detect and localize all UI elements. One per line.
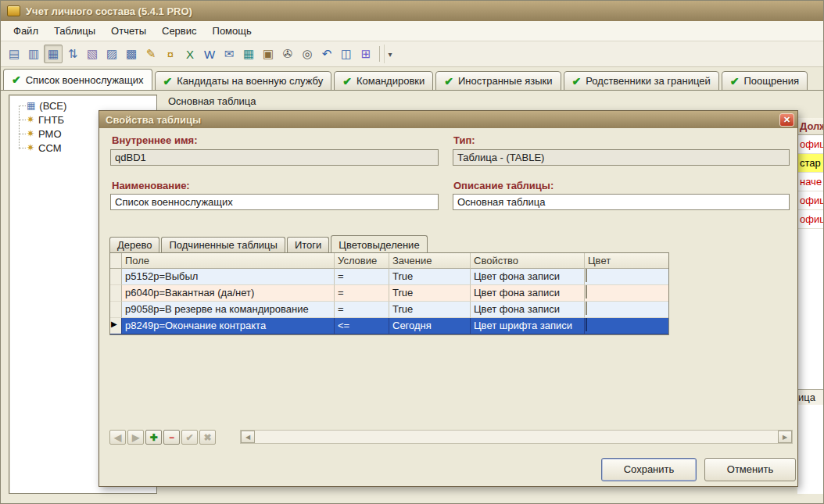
form-view-icon[interactable]: ▥ — [24, 45, 43, 63]
close-icon[interactable]: ✕ — [779, 113, 794, 127]
tree-item-label: ССМ — [38, 142, 61, 154]
table-row[interactable]: офиц — [797, 191, 824, 210]
tab-soldiers-list[interactable]: ✔ Список военнослужащих — [3, 69, 152, 91]
cell-field: p8249p=Окончание контракта — [122, 318, 335, 334]
cell-condition: <= — [335, 318, 389, 334]
color-swatch[interactable] — [586, 269, 587, 282]
menu-item-help[interactable]: Помощь — [205, 22, 260, 40]
tab-subordinate-tables[interactable]: Подчиненные таблицы — [161, 237, 285, 252]
calendar-icon[interactable]: ▦ — [239, 45, 258, 63]
table-view-icon[interactable]: ▦ — [44, 45, 63, 63]
toolbar-icons: ▤▥▦⇅▧▨▩✎¤XW✉▦▣✇◎↶◫⊞ — [5, 45, 375, 63]
tab-label: Иностранные языки — [458, 75, 553, 87]
name-label: Наименование: — [112, 180, 190, 191]
clipboard-icon[interactable]: ▣ — [259, 45, 278, 63]
grid-col-header-condition[interactable]: Условие — [335, 253, 389, 269]
undo-icon[interactable]: ↶ — [317, 45, 336, 63]
grid-row[interactable]: p9058p=В резерве на командирование = Tru… — [110, 302, 668, 318]
cancel-button[interactable]: Отменить — [704, 458, 796, 481]
internal-name-label: Внутреннее имя: — [112, 134, 197, 146]
cell-field: p9058p=В резерве на командирование — [122, 302, 335, 318]
internal-name-field[interactable] — [110, 149, 439, 166]
table-row[interactable]: наче — [797, 173, 824, 191]
table-row[interactable]: офиц — [797, 135, 824, 154]
insert-record-button[interactable]: ✚ — [145, 430, 162, 445]
grid-row[interactable]: p5152p=Выбыл = True Цвет фона записи — [110, 269, 668, 285]
card-index-icon: ▦ — [27, 101, 35, 110]
color-swatch[interactable] — [586, 318, 587, 331]
color-swatch[interactable] — [586, 302, 587, 315]
dialog-titlebar: Свойства таблицы ✕ — [99, 111, 797, 128]
table-row[interactable]: стар — [797, 154, 824, 173]
print-icon[interactable]: ✇ — [278, 45, 297, 63]
menu-item-service[interactable]: Сервис — [154, 22, 205, 40]
row-indicator — [110, 302, 122, 318]
cell-color[interactable] — [585, 269, 668, 285]
check-icon: ✔ — [342, 75, 352, 88]
delete-record-button[interactable]: − — [163, 430, 180, 445]
sort-icon[interactable]: ⇅ — [63, 45, 82, 63]
export-excel-icon[interactable]: X — [181, 45, 199, 63]
preview-icon[interactable]: ◎ — [298, 45, 317, 63]
save-button[interactable]: Сохранить — [601, 458, 697, 481]
grid-row-selected[interactable]: ▶ p8249p=Окончание контракта <= Сегодня … — [110, 318, 668, 334]
first-record-button[interactable]: ◀ — [109, 430, 126, 445]
grid-col-header-color[interactable]: Цвет — [585, 253, 668, 269]
tab-commendations[interactable]: ✔ Поощрения — [722, 71, 808, 91]
cancel-edit-button[interactable]: ✖ — [199, 430, 216, 445]
menu-item-reports[interactable]: Отчеты — [103, 22, 154, 40]
tab-relatives-abroad[interactable]: ✔ Родственники за границей — [564, 71, 719, 91]
grid-col-header-field[interactable]: Поле — [122, 253, 335, 269]
cell-property: Цвет фона записи — [471, 269, 585, 285]
grid-indicator-header — [110, 253, 122, 269]
grid-row[interactable]: p6040p=Вакантная (да/нет) = True Цвет фо… — [110, 285, 668, 302]
tab-color-highlighting[interactable]: Цветовыделение — [331, 235, 427, 252]
tab-label: Родственники за границей — [586, 75, 711, 87]
background-table-rows: офиц стар наче офиц офиц — [797, 135, 824, 229]
content-divider — [1, 90, 824, 91]
tree-item-label: ГНТБ — [38, 114, 64, 126]
type-field[interactable] — [453, 149, 790, 166]
cell-color[interactable] — [585, 285, 668, 302]
diagram-icon[interactable]: ◫ — [337, 45, 356, 63]
email-icon[interactable]: ✉ — [220, 45, 238, 63]
tree-structure-icon[interactable]: ▩ — [122, 45, 141, 63]
tab-tree[interactable]: Дерево — [109, 237, 159, 252]
post-edit-button[interactable]: ✔ — [181, 430, 198, 445]
money-icon[interactable]: ¤ — [161, 45, 180, 63]
description-field[interactable] — [453, 194, 790, 210]
tree-item-label: РМО — [38, 128, 61, 140]
menu-bar: Файл Таблицы Отчеты Сервис Помощь — [1, 21, 824, 41]
cell-condition: = — [335, 269, 389, 285]
tab-label: Список военнослужащих — [26, 74, 144, 86]
table-row[interactable]: офиц — [797, 210, 824, 229]
tab-totals[interactable]: Итоги — [287, 237, 329, 252]
scroll-right-icon[interactable]: ▶ — [778, 431, 792, 443]
grid-col-header-property[interactable]: Свойство — [471, 253, 585, 269]
row-indicator — [110, 269, 122, 285]
grid-col-header-value[interactable]: Зачение — [389, 253, 471, 269]
subtables-icon[interactable]: ▨ — [102, 45, 121, 63]
menu-item-tables[interactable]: Таблицы — [46, 22, 103, 40]
scroll-left-icon[interactable]: ◀ — [241, 431, 255, 443]
settings-icon[interactable]: ⊞ — [356, 45, 375, 63]
tree-item-label: (ВСЕ) — [39, 100, 66, 112]
next-record-button[interactable]: ▶ — [127, 430, 144, 445]
cell-color[interactable] — [585, 318, 668, 334]
tab-candidates[interactable]: ✔ Кандидаты на военную службу — [155, 71, 332, 91]
horizontal-scrollbar[interactable]: ◀ ▶ — [240, 430, 793, 444]
cell-condition: = — [335, 302, 389, 318]
cell-color[interactable] — [585, 302, 668, 318]
row-indicator — [110, 285, 122, 302]
menu-item-file[interactable]: Файл — [5, 22, 46, 40]
tab-business-trips[interactable]: ✔ Командировки — [334, 71, 433, 91]
toolbar-overflow-dropdown[interactable]: ▾ — [384, 45, 396, 63]
group-records-icon[interactable]: ▧ — [83, 45, 102, 63]
attachment-icon[interactable]: ✎ — [142, 45, 160, 63]
export-word-icon[interactable]: W — [200, 45, 219, 63]
name-field[interactable] — [110, 194, 439, 210]
window-title: Учет личного состава (5.4.1 PRO) — [26, 5, 192, 17]
color-swatch[interactable] — [586, 285, 587, 298]
list-view-icon[interactable]: ▤ — [5, 45, 23, 63]
tab-foreign-languages[interactable]: ✔ Иностранные языки — [435, 71, 561, 91]
